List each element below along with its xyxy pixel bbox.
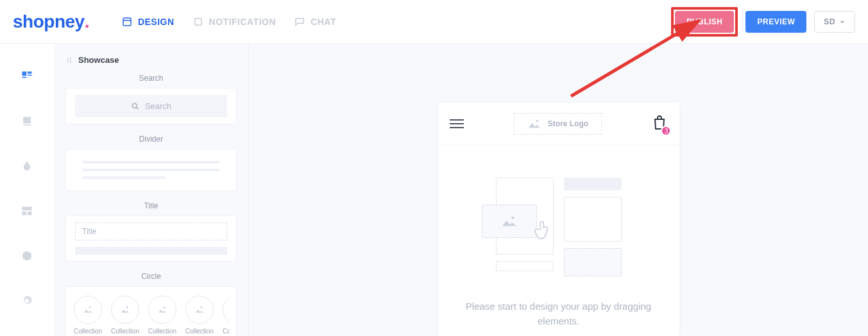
divider-mock: [75, 156, 227, 184]
drag-handle-icon: [65, 56, 73, 64]
left-rail: [0, 44, 54, 336]
svg-rect-0: [123, 18, 131, 26]
circle-item: Collection: [221, 296, 230, 335]
preview-body[interactable]: Please start to design your app by dragg…: [438, 146, 679, 336]
circle-item: Collection: [147, 296, 178, 335]
section-label-search: Search: [65, 74, 237, 83]
tab-notification-label: NOTIFICATION: [209, 17, 277, 27]
circle-item: Collection: [110, 296, 140, 335]
rail-cube-icon[interactable]: [20, 249, 34, 263]
svg-rect-7: [23, 117, 31, 123]
project-dropdown-label: SD: [824, 17, 835, 26]
tab-chat[interactable]: CHAT: [294, 16, 336, 28]
section-label-divider: Divider: [65, 135, 237, 144]
brand-logo: shopney.: [13, 12, 89, 32]
section-label-circle: Circle: [65, 272, 237, 281]
search-placeholder: Search: [145, 101, 171, 111]
empty-state-text: Please start to design your app by dragg…: [457, 299, 660, 328]
image-placeholder-icon: [111, 296, 139, 324]
pointer-hand-icon: [533, 220, 552, 242]
circle-label: Collection: [72, 328, 103, 335]
component-circle[interactable]: Collection Collection Collection Collect…: [65, 286, 237, 336]
publish-highlight: PUBLISH: [671, 7, 738, 37]
tab-design-label: DESIGN: [138, 17, 174, 27]
publish-button[interactable]: PUBLISH: [675, 11, 734, 33]
divider-line: [83, 161, 219, 164]
svg-rect-1: [194, 18, 201, 25]
svg-point-17: [70, 62, 71, 63]
main-nav: DESIGN NOTIFICATION CHAT: [121, 16, 336, 28]
svg-point-19: [89, 307, 91, 308]
brand-name: shopney: [13, 12, 85, 32]
svg-point-25: [511, 216, 514, 219]
brand-dot: .: [85, 12, 89, 32]
drop-illustration: [457, 178, 660, 276]
search-mock: Search: [75, 95, 227, 117]
project-dropdown[interactable]: SD: [814, 11, 855, 33]
svg-rect-6: [22, 77, 26, 78]
design-icon: [121, 16, 133, 28]
circle-item: Collection: [184, 296, 215, 335]
canvas-area: Store Logo 3: [249, 44, 868, 336]
tab-chat-label: CHAT: [311, 17, 336, 27]
store-logo-placeholder[interactable]: Store Logo: [514, 113, 602, 135]
svg-point-12: [67, 58, 69, 59]
image-placeholder-icon: [185, 296, 214, 324]
app-preview: Store Logo 3: [438, 103, 679, 336]
title-placeholder: Title: [75, 223, 227, 240]
circle-item: Collection: [72, 296, 103, 335]
svg-rect-4: [27, 72, 31, 74]
svg-point-16: [67, 62, 69, 63]
preview-button[interactable]: PREVIEW: [745, 11, 806, 33]
image-placeholder-icon: [148, 296, 176, 324]
svg-rect-3: [22, 72, 26, 76]
svg-rect-8: [23, 124, 31, 126]
components-panel: Showcase Search Search Divider Title Tit…: [54, 44, 249, 336]
title-bar: [75, 247, 227, 255]
cart-badge: 3: [661, 126, 671, 136]
svg-point-15: [70, 60, 71, 61]
rail-layout-icon[interactable]: [20, 69, 34, 83]
svg-rect-9: [22, 206, 31, 210]
notification-icon: [192, 16, 204, 28]
circle-label: Collection: [147, 328, 178, 335]
chevron-down-icon: [839, 19, 846, 25]
divider-line: [83, 176, 165, 179]
circle-row: Collection Collection Collection Collect…: [72, 296, 230, 335]
tab-notification[interactable]: NOTIFICATION: [192, 16, 277, 28]
svg-rect-5: [27, 75, 31, 76]
svg-point-22: [201, 307, 203, 308]
circle-label: Collection: [110, 328, 140, 335]
tab-design[interactable]: DESIGN: [121, 16, 174, 28]
rail-page-icon[interactable]: [20, 114, 34, 128]
image-placeholder-icon: [223, 296, 230, 324]
preview-header: Store Logo 3: [438, 103, 679, 146]
component-search[interactable]: Search: [65, 88, 237, 124]
svg-point-13: [70, 58, 71, 59]
svg-point-24: [536, 120, 538, 122]
component-title[interactable]: Title: [65, 215, 237, 262]
image-icon: [527, 119, 541, 129]
chat-icon: [294, 16, 305, 28]
svg-rect-11: [27, 212, 31, 215]
rail-theme-icon[interactable]: [20, 159, 34, 173]
rail-blocks-icon[interactable]: [20, 204, 34, 218]
cart-button[interactable]: 3: [652, 114, 667, 133]
svg-rect-10: [22, 212, 26, 215]
store-logo-label: Store Logo: [548, 119, 588, 128]
image-placeholder-icon: [74, 296, 102, 324]
panel-title-row: Showcase: [65, 44, 237, 74]
svg-point-20: [126, 307, 128, 308]
svg-point-21: [164, 307, 166, 308]
circle-label: Collection: [221, 328, 230, 335]
hamburger-icon[interactable]: [450, 119, 464, 128]
component-divider[interactable]: [65, 149, 237, 191]
svg-point-18: [132, 103, 137, 108]
rail-settings-icon[interactable]: [20, 294, 34, 308]
app-header: shopney. DESIGN NOTIFICATION CHAT PUBLIS…: [0, 0, 868, 44]
circle-label: Collection: [184, 328, 215, 335]
section-label-title: Title: [65, 201, 237, 210]
panel-title: Showcase: [78, 55, 119, 65]
workspace: Showcase Search Search Divider Title Tit…: [0, 44, 868, 336]
divider-line: [83, 169, 219, 171]
